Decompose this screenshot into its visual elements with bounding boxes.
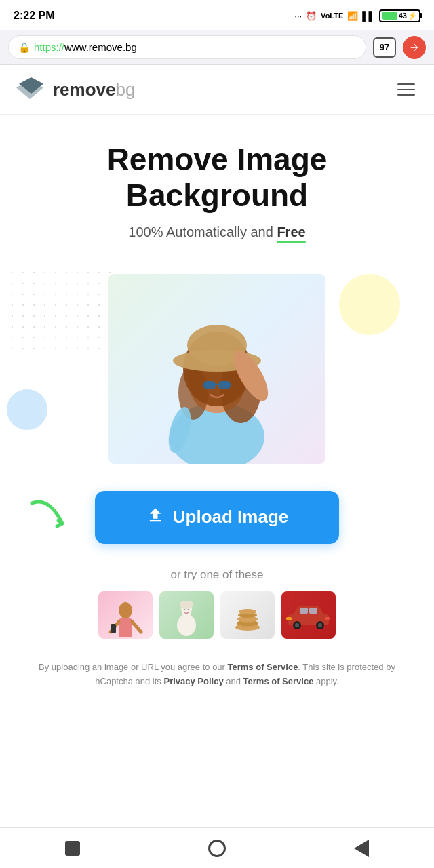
battery-indicator: 43 ⚡ <box>379 9 420 22</box>
terms-text-1: By uploading an image or URL you agree t… <box>39 662 227 672</box>
hamburger-line-2 <box>397 89 415 91</box>
terms-section: By uploading an image or URL you agree t… <box>0 650 434 700</box>
sample1-svg <box>107 598 144 639</box>
domain-text: www.remove.bg <box>64 41 137 53</box>
svg-point-26 <box>187 609 189 610</box>
stop-icon <box>65 841 80 856</box>
svg-point-25 <box>183 609 185 610</box>
status-time: 2:22 PM <box>14 9 54 22</box>
demo-image <box>108 274 326 464</box>
home-icon <box>208 840 226 857</box>
svg-point-28 <box>180 601 186 607</box>
terms-text-4: apply. <box>313 676 338 686</box>
svg-rect-19 <box>111 624 116 633</box>
svg-rect-8 <box>203 381 216 389</box>
svg-rect-43 <box>326 617 330 620</box>
sample-images-row <box>16 591 418 639</box>
stop-button[interactable] <box>62 838 83 859</box>
logo-bg: bg <box>116 79 136 100</box>
hamburger-line-3 <box>397 94 415 96</box>
sample4-svg <box>285 599 332 630</box>
back-icon <box>354 840 369 857</box>
sample-image-3[interactable] <box>220 591 275 639</box>
try-label: or try one of these <box>16 568 418 582</box>
terms-text: By uploading an image or URL you agree t… <box>19 660 415 689</box>
hero-section: Remove Image Background 100% Automatical… <box>0 115 434 254</box>
upload-section: Upload Image <box>0 471 434 557</box>
svg-rect-42 <box>286 617 292 620</box>
terms-tos1-link[interactable]: Terms of Service <box>228 662 298 672</box>
svg-rect-37 <box>309 608 317 614</box>
volte-icon: VoLTE <box>321 12 343 20</box>
upload-icon <box>146 506 165 529</box>
svg-line-18 <box>132 622 141 632</box>
deco-circle-blue <box>7 389 47 430</box>
sample-image-4[interactable] <box>281 591 336 639</box>
tab-count[interactable]: 97 <box>373 37 396 58</box>
back-button[interactable] <box>351 838 372 859</box>
sample-image-1[interactable] <box>98 591 153 639</box>
status-icons: ··· ⏰ VoLTE 📶 ▌▌ 43 ⚡ <box>294 9 420 22</box>
svg-rect-9 <box>218 381 231 389</box>
share-icon <box>409 42 420 53</box>
svg-point-29 <box>186 601 193 607</box>
hamburger-line-1 <box>397 83 415 85</box>
svg-point-41 <box>318 623 322 627</box>
hero-title: Remove Image Background <box>16 142 418 214</box>
demo-person-svg <box>136 288 298 464</box>
browser-chrome: 🔒 https://www.remove.bg 97 <box>0 30 434 65</box>
svg-point-39 <box>295 623 299 627</box>
deco-circle-yellow <box>339 274 400 335</box>
bottom-nav <box>0 827 434 868</box>
alarm-icon: ⏰ <box>306 11 317 21</box>
hero-free-word: Free <box>277 224 305 240</box>
dots-icon: ··· <box>294 11 302 21</box>
svg-point-15 <box>119 602 132 618</box>
home-button[interactable] <box>207 838 227 859</box>
status-bar: 2:22 PM ··· ⏰ VoLTE 📶 ▌▌ 43 ⚡ <box>0 0 434 30</box>
logo[interactable]: removebg <box>16 77 135 102</box>
battery-label: 43 <box>399 12 407 20</box>
hero-subtitle-text: 100% Automatically and <box>128 224 277 239</box>
upload-arrow-up-icon <box>146 506 165 525</box>
svg-point-34 <box>239 609 256 614</box>
protocol-text: https:// <box>34 41 64 53</box>
logo-icon <box>16 77 46 102</box>
sample2-svg <box>168 598 205 639</box>
logo-text: removebg <box>53 79 135 100</box>
sample3-svg <box>229 596 267 633</box>
logo-remove: remove <box>53 79 116 100</box>
site-header: removebg <box>0 65 434 115</box>
hero-subtitle: 100% Automatically and Free <box>16 224 418 240</box>
terms-tos2-link[interactable]: Terms of Service <box>243 676 314 686</box>
sample-image-2[interactable] <box>159 591 214 639</box>
try-section: or try one of these <box>0 557 434 650</box>
lock-icon: 🔒 <box>18 42 30 53</box>
signal-icon: 📶 <box>347 11 358 21</box>
battery-fill <box>382 12 397 20</box>
signal2-icon: ▌▌ <box>362 11 374 21</box>
address-text: https://www.remove.bg <box>34 41 137 53</box>
address-bar[interactable]: 🔒 https://www.remove.bg <box>8 35 366 59</box>
terms-text-3: and <box>224 676 243 686</box>
share-button[interactable] <box>403 36 426 59</box>
hamburger-menu[interactable] <box>395 81 418 98</box>
terms-privacy-link[interactable]: Privacy Policy <box>163 676 223 686</box>
dot-pattern <box>7 267 115 349</box>
upload-image-button[interactable]: Upload Image <box>95 491 339 544</box>
demo-section <box>0 254 434 471</box>
upload-button-label: Upload Image <box>173 507 288 528</box>
svg-rect-16 <box>119 618 132 637</box>
upload-arrow-icon <box>28 496 69 537</box>
svg-rect-36 <box>300 608 308 614</box>
